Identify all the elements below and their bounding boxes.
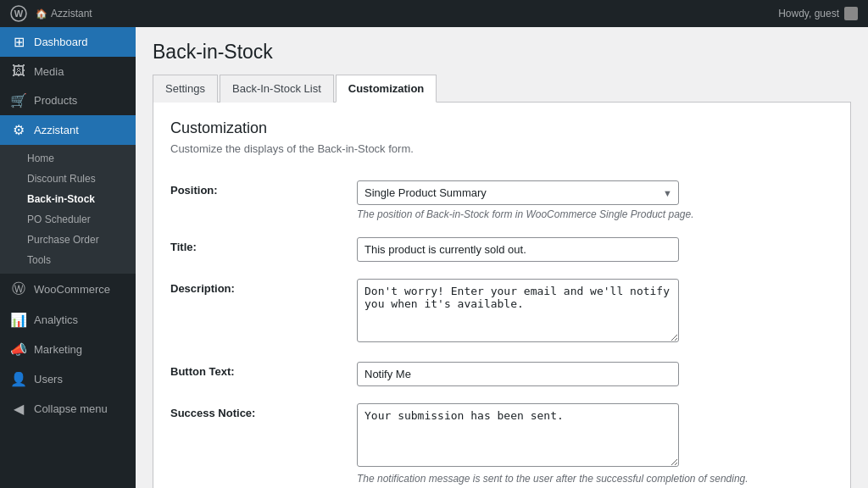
- success-notice-textarea[interactable]: [357, 403, 679, 467]
- main-content: Back-in-Stock Settings Back-In-Stock Lis…: [136, 27, 868, 488]
- description-label: Description:: [170, 270, 357, 353]
- tab-settings[interactable]: Settings: [153, 75, 218, 103]
- form-row-button-text: Button Text:: [170, 353, 833, 395]
- button-text-field: [357, 353, 833, 395]
- description-field: [357, 270, 833, 353]
- dashboard-icon: ⊞: [10, 34, 27, 50]
- products-icon: 🛒: [10, 92, 27, 108]
- submenu-discount-rules[interactable]: Discount Rules: [17, 169, 136, 189]
- position-select-wrapper: Single Product Summary After Add to Cart…: [357, 180, 679, 205]
- sidebar-item-analytics[interactable]: 📊 Analytics: [0, 305, 136, 335]
- wp-logo-icon: W: [10, 5, 27, 22]
- tabs: Settings Back-In-Stock List Customizatio…: [153, 74, 851, 103]
- section-description: Customize the displays of the Back-in-St…: [170, 142, 833, 155]
- content-area: Customization Customize the displays of …: [153, 103, 851, 488]
- sidebar-item-azzistant[interactable]: ⚙ Azzistant: [0, 115, 136, 145]
- form-row-description: Description:: [170, 270, 833, 353]
- woocommerce-icon: Ⓦ: [10, 280, 27, 298]
- azzistant-submenu: Home Discount Rules Back-in-Stock PO Sch…: [0, 145, 136, 274]
- analytics-icon: 📊: [10, 312, 27, 328]
- page-header: Back-in-Stock Settings Back-In-Stock Lis…: [136, 27, 868, 103]
- sidebar-item-dashboard[interactable]: ⊞ Dashboard: [0, 27, 136, 57]
- admin-bar: W 🏠 Azzistant Howdy, guest: [0, 0, 868, 27]
- position-label: Position:: [170, 172, 357, 229]
- users-icon: 👤: [10, 371, 27, 387]
- marketing-icon: 📣: [10, 341, 27, 358]
- sidebar-item-media[interactable]: 🖼 Media: [0, 57, 136, 86]
- svg-text:W: W: [14, 8, 24, 19]
- user-avatar: [844, 7, 858, 20]
- position-field: Single Product Summary After Add to Cart…: [357, 172, 833, 229]
- description-textarea[interactable]: [357, 279, 679, 342]
- form-table: Position: Single Product Summary After A…: [170, 172, 833, 488]
- submenu-po-scheduler[interactable]: PO Scheduler: [17, 209, 136, 230]
- form-row-title: Title:: [170, 229, 833, 270]
- title-label: Title:: [170, 229, 357, 270]
- success-notice-field: The notification message is sent to the …: [357, 395, 833, 488]
- collapse-icon: ◀: [10, 401, 27, 417]
- submenu-purchase-order[interactable]: Purchase Order: [17, 230, 136, 250]
- position-select[interactable]: Single Product Summary After Add to Cart…: [357, 180, 679, 205]
- title-input[interactable]: [357, 237, 679, 262]
- sidebar: ⊞ Dashboard 🖼 Media 🛒 Products ⚙ Azzista…: [0, 27, 136, 488]
- submenu-tools[interactable]: Tools: [17, 250, 136, 270]
- user-greeting: Howdy, guest: [778, 7, 858, 20]
- position-note: The position of Back-in-Stock form in Wo…: [357, 208, 833, 220]
- button-text-label: Button Text:: [170, 353, 357, 395]
- tab-back-in-stock-list[interactable]: Back-In-Stock List: [220, 75, 334, 103]
- button-text-input[interactable]: [357, 362, 679, 386]
- azzistant-icon: ⚙: [10, 122, 27, 138]
- title-field: [357, 229, 833, 270]
- collapse-menu[interactable]: ◀ Collapse menu: [0, 394, 136, 424]
- sidebar-item-marketing[interactable]: 📣 Marketing: [0, 335, 136, 364]
- sidebar-item-woocommerce[interactable]: Ⓦ WooCommerce: [0, 274, 136, 305]
- site-name[interactable]: 🏠 Azzistant: [36, 8, 92, 19]
- sidebar-item-users[interactable]: 👤 Users: [0, 364, 136, 394]
- section-title: Customization: [170, 119, 833, 137]
- form-row-position: Position: Single Product Summary After A…: [170, 172, 833, 229]
- sidebar-item-products[interactable]: 🛒 Products: [0, 86, 136, 115]
- success-notice-label: Success Notice:: [170, 395, 357, 488]
- page-title: Back-in-Stock: [153, 41, 851, 64]
- submenu-home[interactable]: Home: [17, 148, 136, 169]
- form-row-success-notice: Success Notice: The notification message…: [170, 395, 833, 488]
- tab-customization[interactable]: Customization: [336, 75, 437, 103]
- submenu-back-in-stock[interactable]: Back-in-Stock: [17, 189, 136, 209]
- media-icon: 🖼: [10, 64, 27, 79]
- success-notice-note: The notification message is sent to the …: [357, 473, 833, 485]
